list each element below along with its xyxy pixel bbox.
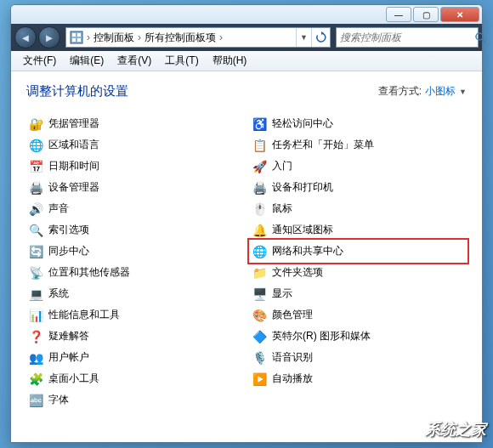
item-label: 任务栏和「开始」菜单	[272, 138, 374, 152]
item-label: 日期和时间	[48, 159, 99, 173]
search-input[interactable]	[337, 31, 472, 43]
control-panel-item[interactable]: 🚀入门	[250, 156, 467, 177]
control-panel-item[interactable]: 📊性能信息和工具	[26, 304, 243, 326]
item-label: 通知区域图标	[272, 223, 333, 237]
item-icon: ❓	[28, 329, 43, 344]
item-icon: 🖨️	[28, 180, 43, 196]
item-icon: 🔔	[252, 223, 267, 238]
search-icon	[474, 30, 486, 45]
item-icon: 🎨	[252, 308, 267, 323]
titlebar: — ▢ ✕	[11, 5, 482, 24]
control-panel-item[interactable]: ❓疑难解答	[26, 326, 243, 347]
item-label: 设备和打印机	[272, 180, 333, 195]
item-label: 区域和语言	[48, 138, 99, 152]
menu-tools[interactable]: 工具(T)	[158, 51, 205, 71]
menu-view[interactable]: 查看(V)	[110, 51, 158, 71]
control-panel-item[interactable]: 🔊声音	[26, 198, 243, 219]
control-panel-item[interactable]: 🔍索引选项	[26, 219, 243, 241]
back-icon: ◄	[20, 31, 31, 44]
address-bar[interactable]: › 控制面板 › 所有控制面板项 › ▼	[65, 27, 331, 48]
item-icon: 🖨️	[252, 180, 267, 196]
refresh-button[interactable]	[311, 28, 330, 47]
item-icon: 📊	[28, 308, 43, 323]
control-panel-item[interactable]: 🖨️设备和打印机	[250, 177, 467, 198]
item-icon: 🖥️	[252, 286, 267, 302]
item-label: 系统	[48, 286, 69, 301]
control-panel-item[interactable]: 🧩桌面小工具	[26, 368, 243, 389]
menu-help[interactable]: 帮助(H)	[206, 51, 254, 71]
svg-rect-2	[77, 33, 81, 37]
item-icon: 🔷	[252, 329, 267, 344]
content-area: 调整计算机的设置 查看方式: 小图标 ▼ 🔐凭据管理器🌐区域和语言📅日期和时间🖨…	[11, 71, 482, 442]
item-icon: 🔍	[28, 223, 43, 238]
item-label: 英特尔(R) 图形和媒体	[272, 329, 371, 343]
control-panel-item[interactable]: 👥用户帐户	[26, 347, 243, 368]
control-panel-item[interactable]: 🌐网络和共享中心	[250, 241, 467, 262]
item-label: 疑难解答	[48, 329, 89, 343]
breadcrumb-seg-2[interactable]: 所有控制面板项	[141, 31, 219, 45]
view-mode: 查看方式: 小图标 ▼	[378, 84, 467, 99]
item-label: 声音	[48, 201, 69, 216]
control-panel-item[interactable]: 🖱️鼠标	[250, 198, 467, 219]
control-panel-item[interactable]: 🖥️显示	[250, 283, 467, 304]
item-icon: 🔐	[28, 116, 43, 132]
item-icon: 🔤	[28, 393, 43, 408]
nav-toolbar: ◄ ► › 控制面板 › 所有控制面板项 › ▼	[11, 24, 482, 51]
control-panel-item[interactable]: 📅日期和时间	[26, 156, 243, 177]
viewby-dropdown[interactable]: 小图标	[425, 84, 456, 99]
item-label: 同步中心	[48, 244, 89, 258]
item-icon: 📋	[252, 138, 267, 153]
control-panel-item[interactable]: 🌐区域和语言	[26, 134, 243, 156]
control-panel-window: — ▢ ✕ ◄ ► › 控制面板 › 所有控制面板项 › ▼	[10, 4, 483, 443]
item-icon: ▶️	[252, 371, 267, 387]
control-panel-item[interactable]: 🎨颜色管理	[250, 304, 467, 326]
control-panel-item[interactable]: ▶️自动播放	[250, 368, 467, 389]
item-icon: 🌐	[28, 138, 43, 153]
maximize-button[interactable]: ▢	[413, 7, 439, 22]
control-panel-item[interactable]: 📁文件夹选项	[250, 262, 467, 283]
item-icon: 👥	[28, 350, 43, 366]
item-icon: ♿	[252, 116, 267, 132]
control-panel-item[interactable]: 🎙️语音识别	[250, 347, 467, 368]
item-label: 自动播放	[272, 371, 313, 386]
control-panel-item[interactable]: 💻系统	[26, 283, 243, 304]
minimize-icon: —	[394, 10, 403, 20]
control-panel-item[interactable]: 🔤字体	[26, 389, 243, 411]
control-panel-item[interactable]: ♿轻松访问中心	[250, 113, 467, 134]
svg-point-5	[476, 33, 483, 40]
item-icon: 📅	[28, 159, 43, 174]
forward-button[interactable]: ►	[38, 26, 60, 48]
item-icon: 🎙️	[252, 350, 267, 366]
search-box[interactable]	[336, 27, 479, 48]
forward-icon: ►	[44, 31, 55, 44]
item-label: 入门	[272, 159, 292, 173]
item-icon: 📁	[252, 265, 267, 281]
item-icon: 📡	[28, 265, 43, 281]
minimize-button[interactable]: —	[386, 7, 411, 22]
item-label: 性能信息和工具	[48, 308, 120, 322]
back-button[interactable]: ◄	[14, 26, 37, 48]
close-button[interactable]: ✕	[440, 7, 479, 22]
address-dropdown[interactable]: ▼	[296, 28, 311, 47]
control-panel-item[interactable]: 📋任务栏和「开始」菜单	[250, 134, 467, 156]
menu-edit[interactable]: 编辑(E)	[63, 51, 110, 71]
control-panel-item[interactable]: 🔷英特尔(R) 图形和媒体	[250, 326, 467, 347]
item-icon: 🚀	[252, 159, 267, 174]
control-panel-item[interactable]: 🔐凭据管理器	[26, 113, 243, 134]
control-panel-item[interactable]: 📡位置和其他传感器	[26, 262, 243, 283]
control-panel-item[interactable]: 🔔通知区域图标	[250, 219, 467, 241]
item-label: 网络和共享中心	[272, 244, 343, 258]
item-icon: 🔊	[28, 201, 43, 217]
item-icon: 🖱️	[252, 201, 267, 217]
item-label: 颜色管理	[272, 308, 313, 322]
item-label: 设备管理器	[48, 180, 99, 195]
items-grid: 🔐凭据管理器🌐区域和语言📅日期和时间🖨️设备管理器🔊声音🔍索引选项🔄同步中心📡位…	[26, 113, 467, 411]
menu-bar: 文件(F) 编辑(E) 查看(V) 工具(T) 帮助(H)	[11, 51, 482, 71]
control-panel-item[interactable]: 🔄同步中心	[26, 241, 243, 262]
item-icon: 🔄	[28, 244, 43, 259]
maximize-icon: ▢	[422, 10, 430, 20]
control-panel-item[interactable]: 🖨️设备管理器	[26, 177, 243, 198]
menu-file[interactable]: 文件(F)	[16, 51, 63, 71]
item-label: 鼠标	[272, 201, 292, 216]
breadcrumb-seg-1[interactable]: 控制面板	[90, 31, 138, 45]
